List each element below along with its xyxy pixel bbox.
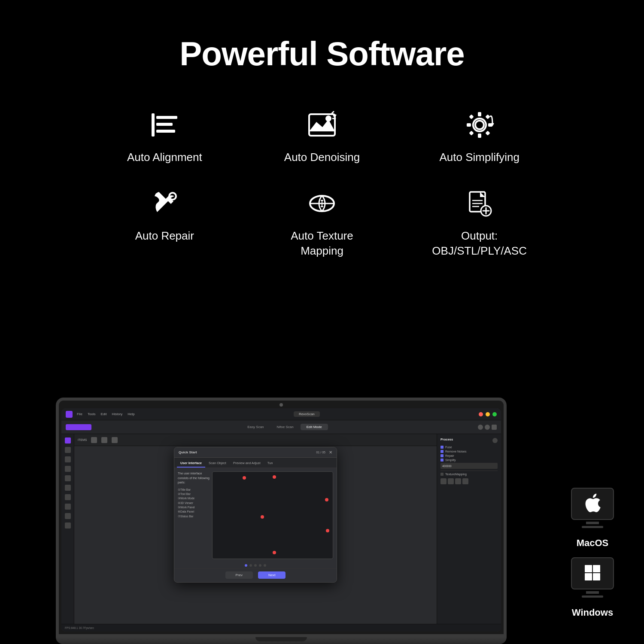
dialog-item-6: ⑥Data Panel: [178, 510, 212, 514]
menu-history[interactable]: History: [112, 412, 122, 416]
panel-item-repair: Repair: [440, 454, 498, 457]
app-titlebar-center: RevoScan: [135, 411, 479, 417]
tab-easy-scan[interactable]: Easy Scan: [241, 424, 270, 430]
feature-auto-repair-label: Auto Repair: [135, 228, 194, 243]
menu-help[interactable]: Help: [128, 412, 134, 416]
simplifying-icon: [462, 108, 497, 142]
checkbox-simplify[interactable]: [440, 459, 444, 462]
settings-icon[interactable]: [492, 425, 497, 430]
dialog-item-7: ⑦Status Bar: [178, 514, 212, 519]
panel-icon[interactable]: [492, 438, 498, 443]
preview-dot-5: [273, 551, 276, 554]
bottom-area: File Tools Edit History Help RevoScan: [21, 297, 623, 644]
dialog-close-icon[interactable]: ✕: [329, 450, 332, 455]
texture-icon: [305, 186, 339, 221]
dialog-tab-tun[interactable]: Tun: [264, 459, 276, 468]
dialog-body: The user interface consists of the follo…: [174, 468, 337, 562]
menu-file[interactable]: File: [77, 412, 82, 416]
preview-dot-1: [273, 475, 276, 479]
checkbox-texture[interactable]: [440, 473, 444, 476]
panel-icon-4[interactable]: [462, 478, 468, 484]
macos-monitor: [571, 488, 614, 520]
subtoolbar-icon-2[interactable]: [101, 437, 107, 443]
subtoolbar-icon-3[interactable]: [112, 437, 118, 443]
feature-auto-simplifying-label: Auto Simplifying: [439, 150, 519, 165]
checkbox-remove-noises[interactable]: [440, 450, 444, 453]
label-fuse: Fuse: [445, 446, 452, 449]
simplify-input[interactable]: 400000: [440, 463, 498, 469]
sidebar-item-9[interactable]: [65, 513, 71, 519]
panel-icon-2[interactable]: [448, 478, 454, 484]
sidebar-item-8[interactable]: [65, 504, 71, 510]
sidebar-item-6[interactable]: [65, 485, 71, 491]
svg-rect-15: [469, 114, 474, 119]
sidebar-item-7[interactable]: [65, 494, 71, 500]
dialog-preview: [212, 471, 333, 559]
tab-edit-mode[interactable]: Edit Mode: [301, 424, 328, 430]
dialog-item-1: ①Title Bar: [178, 488, 212, 492]
panel-item-texture: TextureMapping: [440, 473, 498, 476]
feature-auto-denoising-label: Auto Denoising: [284, 150, 360, 165]
feature-auto-alignment-label: Auto Alignment: [127, 150, 202, 165]
preview-dot-6: [326, 529, 329, 532]
svg-rect-1: [156, 116, 177, 119]
label-texture: TextureMapping: [445, 473, 467, 476]
maximize-btn[interactable]: [492, 412, 497, 416]
feature-auto-texture: Auto TextureMapping: [243, 178, 401, 271]
prev-button[interactable]: Prev: [225, 571, 253, 579]
minimize-btn[interactable]: [486, 412, 490, 416]
close-btn[interactable]: [479, 412, 483, 416]
menu-tools[interactable]: Tools: [88, 412, 96, 416]
app-right-panel: Process Fuse Remove Noises: [437, 434, 501, 624]
preview-dot-3: [261, 515, 264, 519]
panel-divider: [440, 471, 498, 471]
app-main: ITEMS Quick Start: [61, 434, 501, 624]
sidebar-item-1[interactable]: [65, 437, 71, 444]
app-sidebar: [61, 434, 74, 624]
panel-title: Process: [440, 437, 453, 441]
laptop-base: [56, 637, 507, 644]
svg-rect-2: [156, 123, 173, 126]
svg-point-6: [325, 115, 331, 122]
help-icon[interactable]: [478, 425, 483, 430]
svg-rect-0: [152, 113, 155, 137]
refresh-icon[interactable]: [485, 425, 490, 430]
checkbox-fuse[interactable]: [440, 446, 444, 449]
laptop-camera: [279, 403, 283, 407]
dialog-footer: Prev Next: [174, 568, 337, 582]
dialog-progress-dots: [174, 562, 337, 568]
svg-rect-16: [485, 114, 490, 119]
sidebar-item-10[interactable]: [65, 522, 71, 529]
feature-auto-repair: Auto Repair: [86, 178, 243, 271]
panel-icon-3[interactable]: [455, 478, 461, 484]
windows-icon: [584, 564, 601, 583]
feature-output-formats: Output:OBJ/STL/PLY/ASC: [401, 178, 558, 271]
dialog-tab-scan-object[interactable]: Scan Object: [205, 459, 230, 468]
output-icon: [462, 186, 497, 221]
panel-item-fuse: Fuse: [440, 446, 498, 449]
app-statusbar: FPS:848.1 30.7Fps/sec: [61, 624, 501, 632]
checkbox-repair[interactable]: [440, 454, 444, 457]
apple-icon: [584, 493, 601, 515]
feature-auto-denoising: Auto Denoising: [243, 99, 401, 178]
tab-nifoe-scan[interactable]: Nifoe Scan: [271, 424, 300, 430]
panel-icon-1[interactable]: [440, 478, 447, 484]
page-title: Powerful Software: [179, 34, 464, 73]
dialog-titlebar: Quick Start 01 / 05 ✕: [174, 447, 337, 458]
dialog-tab-preview[interactable]: Preview and Adjust: [230, 459, 264, 468]
subtoolbar-icon-1[interactable]: [91, 437, 97, 443]
next-button[interactable]: Next: [258, 571, 286, 579]
svg-line-7: [332, 112, 334, 113]
features-grid: Auto Alignment Auto Denoising: [86, 99, 558, 271]
sidebar-item-2[interactable]: [65, 447, 71, 453]
sidebar-item-5[interactable]: [65, 475, 71, 481]
svg-rect-34: [593, 565, 600, 572]
preview-dot-4: [243, 476, 246, 480]
subtoolbar-text: ITEMS: [78, 438, 87, 441]
dialog-sidebar: The user interface consists of the follo…: [178, 471, 212, 559]
sidebar-item-3[interactable]: [65, 456, 71, 462]
svg-rect-11: [478, 112, 481, 116]
sidebar-item-4[interactable]: [65, 466, 71, 472]
menu-edit[interactable]: Edit: [101, 412, 107, 416]
dialog-tab-user-interface[interactable]: User Interface: [177, 459, 205, 468]
